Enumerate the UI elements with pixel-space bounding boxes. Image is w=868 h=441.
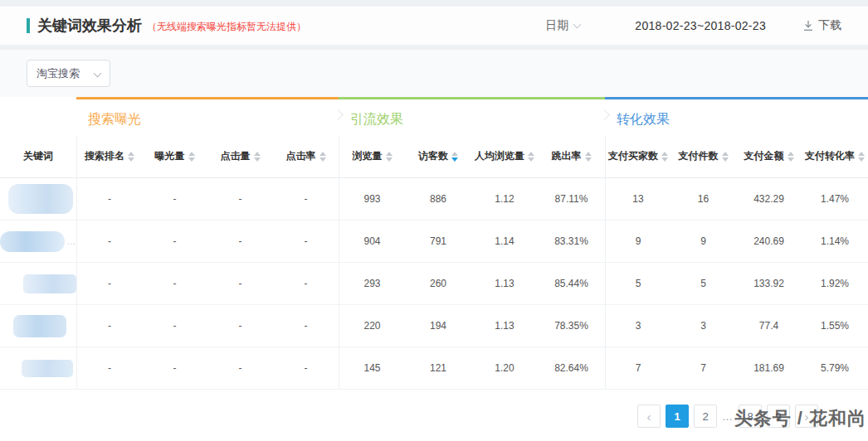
column-header-paying-buyers[interactable]: 支付买家数 [605, 135, 671, 178]
keyword-redacted-blur [23, 274, 76, 293]
table-cell: 3 [671, 305, 736, 347]
sort-icon[interactable] [788, 152, 794, 162]
group-title-conversion-effect: 转化效果 [605, 99, 868, 135]
table-cell: 181.69 [736, 347, 802, 390]
sort-icon[interactable] [128, 152, 134, 162]
column-header-payment-amount[interactable]: 支付金额 [736, 135, 802, 178]
group-title-label: 转化效果 [617, 112, 670, 126]
table-cell: 1.12 [471, 178, 538, 220]
keyword-analysis-page: 关键词效果分析 （无线端搜索曝光指标暂无法提供） 日期 2018-02-23~2… [0, 0, 868, 441]
column-header-impressions[interactable]: 曝光量 [142, 135, 207, 178]
column-header-clicks[interactable]: 点击量 [207, 135, 273, 178]
table-cell: - [76, 305, 142, 347]
sort-icon[interactable] [858, 152, 865, 162]
sort-icon[interactable] [722, 152, 729, 162]
table-cell: - [273, 263, 339, 305]
table-cell: 9 [605, 220, 671, 263]
table-cell: 1.47% [802, 178, 868, 220]
column-header-paid-items[interactable]: 支付件数 [671, 135, 736, 178]
column-header-search-rank[interactable]: 搜索排名 [76, 135, 142, 178]
table-cell: 5.79% [802, 347, 868, 390]
channel-select[interactable]: 淘宝搜索 [27, 60, 110, 87]
keyword-cell [0, 263, 76, 305]
table-cell: 1.92% [802, 263, 868, 305]
table-cell: 240.69 [736, 220, 802, 263]
page-button-8[interactable]: 8 [739, 405, 762, 428]
table-cell: - [76, 220, 142, 263]
table-cell: 85.44% [538, 263, 605, 305]
date-type-label: 日期 [545, 18, 568, 33]
date-type-dropdown[interactable]: 日期 [545, 18, 580, 33]
column-header-label: 跳出率 [552, 149, 582, 163]
table-cell: 5 [605, 263, 671, 305]
table-cell: 9 [671, 220, 736, 263]
table-cell: 1.14 [471, 220, 538, 263]
column-header-visitors[interactable]: 访客数 [405, 135, 471, 178]
table-cell: 78.35% [538, 305, 605, 347]
table-cell: 145 [339, 347, 405, 390]
pagination-ellipsis: … [722, 410, 734, 423]
table-cell: 1.13 [471, 263, 538, 305]
sort-icon[interactable] [528, 152, 534, 162]
column-header-payment-conversion[interactable]: 支付转化率 [802, 135, 868, 178]
sort-icon[interactable] [386, 152, 393, 162]
table-cell: 133.92 [736, 263, 802, 305]
column-header-label: 搜索排名 [85, 149, 124, 163]
title-accent-bar [27, 18, 30, 33]
keyword-table: 搜索曝光 引流效果 转化效果 关键词 搜索排名 曝光量 点击量 点击率 浏览量 … [0, 99, 868, 390]
channel-select-value: 淘宝搜索 [37, 66, 80, 81]
table-cell: - [142, 305, 207, 347]
table-cell: - [273, 347, 339, 390]
column-header-bounce-rate[interactable]: 跳出率 [538, 135, 605, 178]
page-button-2[interactable]: 2 [694, 405, 717, 428]
table-cell: - [76, 178, 142, 220]
download-button[interactable]: 下载 [802, 18, 841, 33]
table-cell: 886 [405, 178, 471, 220]
page-title: 关键词效果分析 [37, 16, 142, 36]
sort-icon[interactable] [188, 152, 195, 162]
page-header: 关键词效果分析 （无线端搜索曝光指标暂无法提供） 日期 2018-02-23~2… [0, 7, 868, 45]
table-cell: - [142, 347, 207, 390]
content-card: 淘宝搜索 搜索曝光 引流效果 转化效果 关键词 搜索排名 曝光量 点击量 [0, 50, 868, 441]
keyword-redacted-blur [13, 315, 66, 337]
table-cell: 1.13 [471, 305, 538, 347]
group-title-search-exposure: 搜索曝光 [76, 99, 339, 135]
table-cell: 121 [405, 347, 471, 390]
column-header-label: 访客数 [418, 149, 448, 163]
column-header-label: 支付买家数 [608, 149, 658, 163]
page-button-1[interactable]: 1 [666, 405, 689, 428]
keyword-redacted-blur [0, 231, 65, 252]
column-header-label: 支付金额 [744, 149, 784, 163]
table-cell: - [76, 263, 142, 305]
column-header-ctr[interactable]: 点击率 [273, 135, 339, 178]
table-cell: - [273, 220, 339, 263]
keyword-redacted-blur [8, 184, 73, 214]
column-header-label: 点击量 [221, 149, 251, 163]
column-header-pageviews[interactable]: 浏览量 [339, 135, 405, 178]
table-cell: 87.11% [538, 178, 605, 220]
page-button-9[interactable]: 9 [767, 405, 790, 428]
table-cell: 7 [671, 347, 736, 390]
table-cell: - [76, 347, 142, 390]
date-range-value[interactable]: 2018-02-23~2018-02-23 [635, 19, 766, 32]
chevron-down-icon [573, 20, 582, 28]
table-cell: 260 [405, 263, 471, 305]
sort-icon[interactable] [254, 152, 261, 162]
column-header-label: 点击率 [286, 149, 316, 163]
table-cell: 993 [339, 178, 405, 220]
sort-icon[interactable] [661, 152, 668, 162]
chevron-down-icon [94, 70, 102, 78]
group-title-traffic-effect: 引流效果 [339, 99, 605, 135]
table-cell: - [207, 263, 273, 305]
next-page-button[interactable]: › [795, 405, 818, 428]
sort-icon[interactable] [319, 152, 326, 162]
prev-page-button[interactable]: ‹ [637, 405, 661, 428]
column-header-label: 浏览量 [353, 149, 383, 163]
table-cell: 1.14% [802, 220, 868, 263]
filter-band: 淘宝搜索 [0, 50, 868, 97]
sort-icon[interactable] [585, 152, 592, 162]
sort-icon-active-desc[interactable] [451, 152, 458, 162]
header-controls: 日期 2018-02-23~2018-02-23 下载 [545, 18, 841, 33]
column-header-avg-pageviews[interactable]: 人均浏览量 [471, 135, 538, 178]
download-icon [802, 20, 814, 32]
